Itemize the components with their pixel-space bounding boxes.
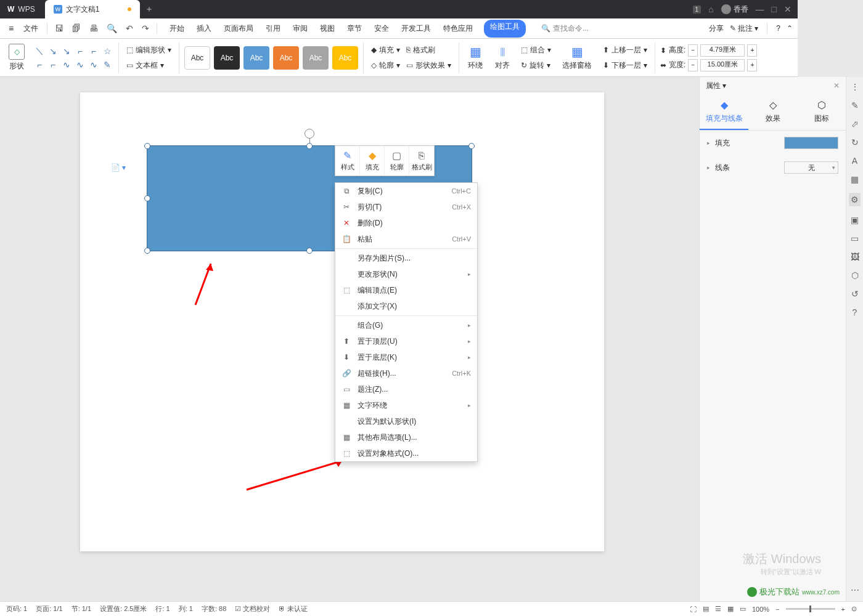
home-icon[interactable]: ⌂ (708, 4, 713, 14)
mini-style[interactable]: ✎样式 (335, 146, 360, 176)
tab-drawing-tools[interactable]: 绘图工具 (484, 20, 526, 38)
notification-badge[interactable]: 1 (693, 6, 701, 14)
properties-panel: 属性 ▾ ✕ ◆填充与线条 ◇效果 ⬡图标 ▸填充 ▸线条 无 激活 Windo… (699, 77, 798, 569)
context-menu-item[interactable]: 🔗超链接(H)...Ctrl+K (335, 365, 477, 381)
tab-reference[interactable]: 引用 (264, 20, 282, 38)
move-down-button[interactable]: ⬇ 下移一层 ▾ (600, 59, 650, 72)
tab-title: 文字文稿1 (66, 4, 100, 15)
new-tab-button[interactable]: ＋ (140, 4, 158, 15)
annotate-button[interactable]: ✎ 批注 ▾ (730, 23, 759, 34)
document-tab[interactable]: W 文字文稿1 (45, 0, 141, 18)
file-menu[interactable]: 文件 (18, 21, 43, 36)
svg-line-2 (247, 461, 342, 490)
preview-icon[interactable]: 🔍 (103, 21, 121, 36)
context-menu-item[interactable]: 设置为默认形状(I) (335, 413, 477, 429)
prop-tab-icon[interactable]: ⬡图标 (797, 94, 798, 130)
context-menu-item[interactable]: ⧉复制(C)Ctrl+C (335, 183, 477, 199)
context-menu-item[interactable]: ▦其他布局选项(L)... (335, 429, 477, 445)
context-menu-item[interactable]: 添加文字(X) (335, 298, 477, 314)
resize-handle[interactable] (144, 195, 150, 201)
edit-shape-button[interactable]: ⬚ 编辑形状 ▾ (124, 44, 174, 57)
share-button[interactable]: 分享 (709, 23, 724, 34)
tab-start[interactable]: 开始 (168, 20, 186, 38)
close-button[interactable]: ✕ (784, 4, 791, 14)
context-menu-item[interactable]: ⬆置于顶层(U)▸ (335, 333, 477, 349)
textbox-button[interactable]: ▭ 文本框 ▾ (124, 59, 174, 72)
mini-fill[interactable]: ◆填充 (360, 146, 385, 176)
fill-button[interactable]: ◆ 填充 ▾ ⎘ 格式刷 (369, 44, 454, 57)
resize-handle[interactable] (306, 143, 313, 149)
svg-line-0 (195, 264, 211, 305)
print-icon[interactable]: 🖶 (86, 21, 102, 36)
height-input[interactable]: ⬍高度: −4.79厘米+ (660, 44, 757, 57)
mini-format-brush[interactable]: ⎘格式刷 (409, 146, 434, 176)
context-menu-item[interactable]: ⬇置于底层(K)▸ (335, 349, 477, 365)
tab-view[interactable]: 视图 (319, 20, 336, 38)
avatar-icon (721, 4, 731, 14)
resize-handle[interactable] (306, 248, 313, 254)
shape-group[interactable]: ◇ 形状 (5, 44, 28, 71)
app-logo: W WPS (0, 5, 43, 14)
help-icon[interactable]: ? (776, 24, 780, 33)
resize-handle[interactable] (144, 248, 150, 254)
canvas[interactable]: 📄 ▾ ✎样式 ◆填充 ▢轮廓 ⎘格式刷 ⧉复制(C)Ctrl+C✂剪切(T)C… (0, 77, 699, 569)
user-menu[interactable]: 香香 (721, 4, 748, 15)
line-section[interactable]: ▸线条 无 (700, 155, 798, 180)
mini-toolbar: ✎样式 ◆填充 ▢轮廓 ⎘格式刷 (335, 145, 435, 176)
tab-special[interactable]: 特色应用 (442, 20, 474, 38)
resize-handle[interactable] (144, 143, 150, 149)
context-menu-item[interactable]: ✕删除(D) (335, 215, 477, 231)
move-up-button[interactable]: ⬆ 上移一层 ▾ (600, 44, 650, 57)
rotate-handle[interactable] (305, 129, 314, 139)
line-gallery[interactable]: ＼↘↘⌐⌐☆ ⌐⌐∿∿∿✎ (33, 45, 113, 71)
context-menu-item[interactable]: ▭题注(Z)... (335, 381, 477, 397)
context-menu-item[interactable]: 📋粘贴Ctrl+V (335, 231, 477, 247)
align-group[interactable]: ⫴ 对齐 (491, 45, 513, 71)
annotation-arrow-icon (243, 456, 348, 493)
context-menu-item[interactable]: 组合(G)▸ (335, 317, 477, 333)
rotate-button[interactable]: ↻ 旋转 ▾ (518, 59, 554, 72)
minimize-button[interactable]: — (756, 4, 764, 14)
context-menu-item[interactable]: 另存为图片(S)... (335, 250, 477, 266)
page: 📄 ▾ ✎样式 ◆填充 ▢轮廓 ⎘格式刷 ⧉复制(C)Ctrl+C✂剪切(T)C… (80, 92, 604, 551)
select-pane-group[interactable]: ▦ 选择窗格 (558, 44, 595, 71)
context-menu-item[interactable]: ✂剪切(T)Ctrl+X (335, 199, 477, 215)
titlebar: W WPS W 文字文稿1 ＋ 1 ⌂ 香香 — □ ✕ (0, 0, 798, 18)
tab-insert[interactable]: 插入 (195, 20, 213, 38)
width-input[interactable]: ⬌宽度: −15.00厘米+ (660, 59, 757, 71)
print-preview-icon[interactable]: 🗐 (68, 21, 84, 36)
windows-watermark: 激活 Windows 转到"设置"以激活 W (743, 551, 798, 569)
style-gallery[interactable]: Abc Abc Abc Abc Abc Abc (184, 46, 358, 70)
context-menu-item[interactable]: ⬚设置对象格式(O)... (335, 445, 477, 461)
maximize-button[interactable]: □ (772, 4, 777, 14)
tab-section[interactable]: 章节 (346, 20, 363, 38)
collapse-ribbon-icon[interactable]: ⌃ (787, 24, 793, 33)
prop-tab-effect[interactable]: ◇效果 (748, 94, 797, 130)
tab-layout[interactable]: 页面布局 (223, 20, 255, 38)
tab-review[interactable]: 审阅 (292, 20, 309, 38)
menu-icon[interactable]: ≡ (5, 21, 17, 36)
search-icon: 🔍 (541, 24, 550, 33)
prop-tab-fill[interactable]: ◆填充与线条 (700, 94, 748, 130)
fill-color-swatch[interactable] (784, 137, 798, 149)
redo-icon[interactable]: ↷ (138, 21, 153, 36)
wrap-group[interactable]: ▦ 环绕 (464, 44, 486, 71)
context-menu-item[interactable]: ▦文字环绕▸ (335, 397, 477, 413)
resize-handle[interactable] (468, 143, 475, 149)
tab-security[interactable]: 安全 (373, 20, 390, 38)
paragraph-icon: 📄 ▾ (111, 163, 126, 172)
save-icon[interactable]: 🖫 (51, 21, 67, 36)
command-search[interactable]: 🔍 查找命令... (537, 22, 593, 36)
context-menu: ⧉复制(C)Ctrl+C✂剪切(T)Ctrl+X✕删除(D)📋粘贴Ctrl+V另… (335, 182, 478, 462)
ribbon-tabs: 开始 插入 页面布局 引用 审阅 视图 章节 安全 开发工具 特色应用 绘图工具 (168, 20, 526, 38)
fill-section[interactable]: ▸填充 (700, 131, 798, 155)
context-menu-item[interactable]: 更改形状(N)▸ (335, 266, 477, 282)
undo-icon[interactable]: ↶ (122, 21, 137, 36)
shape-icon: ◇ (9, 44, 25, 60)
tab-devtools[interactable]: 开发工具 (400, 20, 432, 38)
outline-button[interactable]: ◇ 轮廓 ▾ ▭ 形状效果 ▾ (369, 59, 454, 72)
mini-outline[interactable]: ▢轮廓 (385, 146, 409, 176)
context-menu-item[interactable]: ⬚编辑顶点(E) (335, 282, 477, 298)
line-select[interactable]: 无 (784, 161, 798, 174)
group-button[interactable]: ⬚ 组合 ▾ (518, 44, 554, 57)
